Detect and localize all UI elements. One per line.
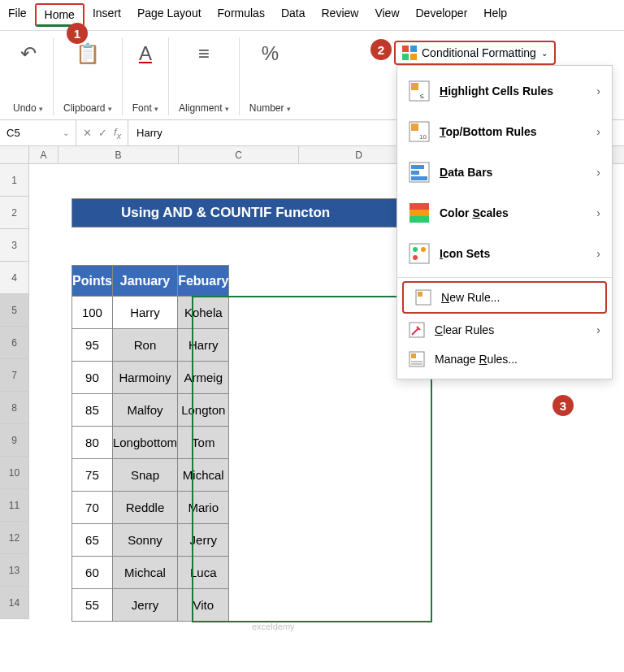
formula-bar-icons: ✕ ✓ fx: [76, 120, 128, 145]
cf-data-bars[interactable]: Data Bars ›: [397, 152, 612, 193]
cell[interactable]: Kohela: [178, 297, 229, 329]
cell[interactable]: Harry: [178, 329, 229, 362]
cell[interactable]: 95: [72, 329, 113, 362]
undo-icon: ↶: [20, 37, 37, 70]
chevron-right-icon: ›: [596, 166, 600, 179]
select-all-corner[interactable]: [0, 146, 29, 163]
cell[interactable]: Armeig: [178, 362, 229, 394]
fx-icon[interactable]: fx: [114, 126, 121, 141]
col-header-b[interactable]: B: [58, 146, 179, 163]
ribbon-alignment-label: Alignment ▾: [179, 101, 229, 115]
cancel-icon[interactable]: ✕: [83, 127, 92, 139]
data-table: Points January Febuary 100HarryKohela 95…: [72, 265, 229, 622]
conditional-formatting-button[interactable]: Conditional Formatting ⌄: [394, 41, 556, 65]
cell[interactable]: Jerry: [112, 589, 177, 622]
row-header[interactable]: 11: [0, 489, 29, 522]
ribbon-undo-group[interactable]: ↶ Undo ▾: [3, 37, 54, 115]
cf-clear-rules[interactable]: Clear Rules ›: [397, 315, 612, 345]
row-header[interactable]: 3: [0, 229, 29, 262]
cell[interactable]: Luca: [178, 557, 229, 589]
cell[interactable]: 85: [72, 394, 113, 427]
row-header[interactable]: 2: [0, 197, 29, 229]
ribbon-number-group[interactable]: % Number ▾: [240, 37, 301, 115]
row-header[interactable]: 14: [0, 587, 29, 619]
row-header[interactable]: 13: [0, 554, 29, 587]
menu-view[interactable]: View: [366, 3, 407, 27]
cf-icon-sets[interactable]: Icon Sets ›: [397, 233, 612, 274]
color-scales-icon: [409, 202, 430, 223]
menu-insert[interactable]: Insert: [84, 3, 129, 27]
row-header[interactable]: 7: [0, 359, 29, 392]
svg-point-18: [413, 247, 418, 252]
chevron-down-icon: ⌄: [541, 49, 548, 58]
menu-data[interactable]: Data: [273, 3, 314, 27]
data-bars-icon: [409, 162, 430, 183]
header-january[interactable]: January: [112, 266, 177, 297]
cell[interactable]: Michcal: [178, 459, 229, 492]
cell[interactable]: 55: [72, 589, 113, 622]
callout-1: 1: [67, 23, 88, 44]
cf-manage-rules[interactable]: Manage Rules...: [397, 345, 612, 374]
menu-file[interactable]: File: [0, 3, 35, 27]
font-icon: A: [139, 37, 152, 70]
row-header[interactable]: 10: [0, 457, 29, 489]
cell[interactable]: Reddle: [112, 492, 177, 524]
cell[interactable]: 60: [72, 557, 113, 589]
menu-page-layout[interactable]: Page Layout: [129, 3, 210, 27]
name-box[interactable]: C5⌄: [0, 120, 76, 145]
cell[interactable]: Harmoiny: [112, 362, 177, 394]
menu-help[interactable]: Help: [475, 3, 515, 27]
row-header[interactable]: 4: [0, 262, 29, 294]
menu-formulas[interactable]: Formulas: [210, 3, 273, 27]
col-header-c[interactable]: C: [179, 146, 299, 163]
cell[interactable]: 70: [72, 492, 113, 524]
row-header[interactable]: 9: [0, 424, 29, 457]
svg-text:10: 10: [419, 133, 427, 141]
chevron-right-icon: ›: [596, 323, 600, 336]
ribbon-clipboard-group[interactable]: 📋 Clipboard ▾: [54, 37, 123, 115]
cf-new-rule[interactable]: New Rule...: [404, 283, 605, 312]
cell[interactable]: Tom: [178, 427, 229, 459]
cell[interactable]: Jerry: [178, 524, 229, 557]
cell[interactable]: 65: [72, 524, 113, 557]
row-header[interactable]: 6: [0, 327, 29, 359]
cell[interactable]: Sonny: [112, 524, 177, 557]
svg-rect-14: [410, 203, 429, 210]
cell[interactable]: 90: [72, 362, 113, 394]
cell[interactable]: 75: [72, 459, 113, 492]
cell[interactable]: Longbottom: [112, 427, 177, 459]
chevron-right-icon: ›: [596, 125, 600, 138]
enter-icon[interactable]: ✓: [98, 127, 107, 139]
cell[interactable]: Vito: [178, 589, 229, 622]
cf-top-bottom-rules[interactable]: 10Top/Bottom Rules ›: [397, 111, 612, 152]
menu-developer[interactable]: Developer: [408, 3, 476, 27]
menu-review[interactable]: Review: [314, 3, 367, 27]
col-header-a[interactable]: A: [29, 146, 58, 163]
cf-grid-icon: [402, 46, 417, 60]
ribbon-font-group[interactable]: A Font ▾: [123, 37, 169, 115]
header-february[interactable]: Febuary: [178, 266, 229, 297]
cell[interactable]: Ron: [112, 329, 177, 362]
row-header[interactable]: 12: [0, 522, 29, 554]
cell[interactable]: Malfoy: [112, 394, 177, 427]
row-header[interactable]: 8: [0, 392, 29, 424]
ribbon-font-label: Font ▾: [132, 101, 158, 115]
menubar: File Home Insert Page Layout Formulas Da…: [0, 0, 624, 31]
svg-rect-11: [411, 165, 424, 169]
cell[interactable]: 80: [72, 427, 113, 459]
svg-point-20: [413, 255, 418, 260]
header-points[interactable]: Points: [72, 266, 113, 297]
cf-color-scales[interactable]: Color Scales ›: [397, 193, 612, 233]
cell[interactable]: Snap: [112, 459, 177, 492]
cell[interactable]: Michcal: [112, 557, 177, 589]
clear-rules-icon: [409, 322, 425, 338]
cell[interactable]: Harry: [112, 297, 177, 329]
cell[interactable]: 100: [72, 297, 113, 329]
ribbon-alignment-group[interactable]: ≡ Alignment ▾: [169, 37, 240, 115]
cell[interactable]: Longton: [178, 394, 229, 427]
row-header[interactable]: 1: [0, 164, 29, 197]
cell[interactable]: Mario: [178, 492, 229, 524]
chevron-right-icon: ›: [596, 206, 600, 219]
cf-highlight-cells-rules[interactable]: ≤Highlight Cells Rules ›: [397, 71, 612, 111]
row-header[interactable]: 5: [0, 294, 29, 327]
